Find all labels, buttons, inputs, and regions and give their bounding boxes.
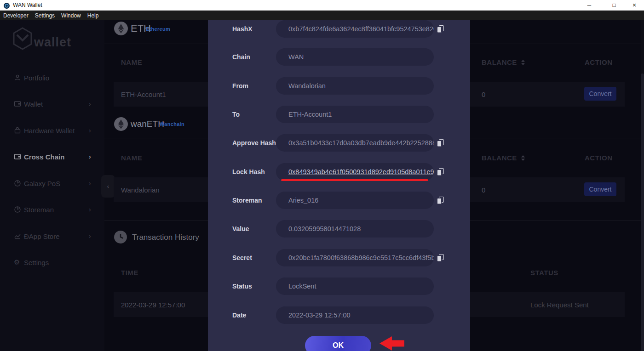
balance-cell: 0 bbox=[482, 186, 485, 194]
copy-icon[interactable] bbox=[437, 25, 444, 35]
pie-chart-icon bbox=[14, 206, 21, 213]
field-value-box: 0x20be1fa7800f63868b986c9e5517c5cc6df43f… bbox=[276, 249, 434, 266]
eth-coin-icon bbox=[114, 22, 128, 37]
history-status-cell: Lock Request Sent bbox=[530, 301, 589, 309]
wallet-logo-text: wallet bbox=[34, 35, 71, 50]
copy-icon[interactable] bbox=[437, 197, 444, 206]
scrollbar-thumb[interactable] bbox=[641, 74, 644, 351]
sort-icon[interactable] bbox=[521, 59, 525, 67]
sidebar-collapse-toggle[interactable]: ‹ bbox=[101, 175, 115, 198]
field-value-box: 0x849349ab4e61f0500931d892ed9105d8a011e9… bbox=[276, 163, 434, 181]
line-chart-icon bbox=[14, 232, 21, 240]
menu-settings[interactable]: Settings bbox=[32, 12, 58, 19]
sort-icon[interactable] bbox=[521, 155, 525, 163]
modal-field-to: To ETH-Account1 bbox=[208, 106, 470, 123]
account-name-cell: Wandalorian bbox=[121, 186, 160, 194]
wallet-icon bbox=[14, 100, 21, 108]
field-value-box: ETH-Account1 bbox=[276, 106, 434, 123]
window-title: WAN Wallet bbox=[13, 2, 42, 8]
close-button[interactable]: × bbox=[627, 0, 641, 10]
modal-field-from: From Wandalorian bbox=[208, 77, 470, 95]
menu-developer[interactable]: Developer bbox=[0, 12, 32, 19]
modal-field-chain: Chain WAN bbox=[208, 48, 470, 66]
chevron-left-icon: ‹ bbox=[107, 183, 109, 190]
history-time-cell: 2022-03-29 12:57:00 bbox=[121, 301, 185, 309]
scrollbar-track[interactable] bbox=[641, 20, 644, 351]
modal-field-value: Value 0.032059958014471028 bbox=[208, 220, 470, 238]
field-value-box: WAN bbox=[276, 48, 434, 66]
waneth-chain-label: Wanchain bbox=[160, 121, 184, 127]
account-name-cell: ETH-Account1 bbox=[121, 91, 166, 98]
chevron-right-icon: › bbox=[89, 127, 91, 134]
window-titlebar: WAN Wallet – □ × bbox=[0, 0, 644, 11]
minimize-button[interactable]: – bbox=[582, 0, 596, 10]
gear-icon: ⚙ bbox=[14, 259, 21, 266]
person-icon bbox=[14, 74, 21, 81]
clock-icon bbox=[114, 231, 127, 245]
history-header-time: TIME bbox=[121, 269, 138, 277]
sidebar-item-dapp-store[interactable]: ĐApp Store › bbox=[0, 229, 104, 243]
transaction-detail-modal: HashX 0xb7f4c824fde6a3624ec8ff36041bfc95… bbox=[208, 20, 470, 351]
field-value-box: LockSent bbox=[276, 277, 434, 295]
cross-chain-icon bbox=[14, 153, 21, 160]
transaction-history-title: Transaction History bbox=[132, 233, 199, 242]
annotation-arrow-icon bbox=[379, 336, 405, 351]
table1-header-action: ACTION bbox=[585, 58, 613, 66]
sidebar-item-wallet[interactable]: Wallet › bbox=[0, 97, 104, 111]
eth-chain-label: Ethereum bbox=[146, 26, 170, 32]
app-icon bbox=[4, 2, 10, 11]
field-value-box: 2022-03-29 12:57:00 bbox=[276, 306, 434, 324]
menu-bar: Developer Settings Window Help bbox=[0, 11, 644, 20]
field-value-box: Aries_016 bbox=[276, 192, 434, 209]
field-value-box: 0.032059958014471028 bbox=[276, 220, 434, 238]
sidebar-item-cross-chain[interactable]: Cross Chain › bbox=[0, 150, 104, 164]
table2-header-balance: BALANCE bbox=[482, 154, 525, 163]
chevron-right-icon: › bbox=[89, 232, 91, 240]
chevron-right-icon: › bbox=[89, 206, 91, 213]
modal-field-secret: Secret 0x20be1fa7800f63868b986c9e5517c5c… bbox=[208, 249, 470, 266]
app-window: wallet Portfolio Wallet › Hardware Walle… bbox=[0, 20, 644, 351]
menu-window[interactable]: Window bbox=[58, 12, 84, 19]
balance-cell: 0 bbox=[482, 91, 485, 98]
modal-field-lock-hash: Lock Hash 0x849349ab4e61f0500931d892ed91… bbox=[208, 163, 470, 181]
modal-field-date: Date 2022-03-29 12:57:00 bbox=[208, 306, 470, 324]
convert-button[interactable]: Convert bbox=[584, 182, 616, 196]
waneth-coin-icon bbox=[114, 117, 128, 133]
pie-chart-icon bbox=[14, 180, 21, 187]
copy-icon[interactable] bbox=[437, 254, 444, 264]
history-header-status: STATUS bbox=[530, 269, 558, 277]
sidebar-item-hardware-wallet[interactable]: Hardware Wallet › bbox=[0, 124, 104, 137]
table2-header-name: NAME bbox=[121, 154, 142, 162]
hardware-wallet-icon bbox=[14, 127, 21, 134]
waneth-symbol: wanETH bbox=[131, 119, 164, 129]
modal-field-hashx: HashX 0xb7f4c824fde6a3624ec8ff36041bfc95… bbox=[208, 20, 470, 38]
sidebar-item-storeman[interactable]: Storeman › bbox=[0, 203, 104, 216]
menu-help[interactable]: Help bbox=[84, 12, 102, 19]
chevron-right-icon: › bbox=[89, 180, 91, 187]
table1-header-balance: BALANCE bbox=[482, 58, 525, 67]
convert-button[interactable]: Convert bbox=[584, 87, 616, 101]
sidebar-item-galaxy-pos[interactable]: Galaxy PoS › bbox=[0, 176, 104, 190]
maximize-button[interactable]: □ bbox=[607, 0, 621, 10]
sidebar: wallet Portfolio Wallet › Hardware Walle… bbox=[0, 20, 104, 351]
annotation-red-underline bbox=[281, 179, 428, 181]
sidebar-item-settings[interactable]: ⚙ Settings bbox=[0, 255, 104, 269]
ok-button[interactable]: OK bbox=[305, 336, 371, 351]
field-value-box: 0x3a51b0433c17d0a03db7eadb9de442b2252888… bbox=[276, 134, 434, 152]
chevron-right-icon: › bbox=[89, 153, 91, 160]
copy-icon[interactable] bbox=[437, 168, 444, 178]
sidebar-item-portfolio[interactable]: Portfolio bbox=[0, 71, 104, 85]
field-value-box: 0xb7f4c824fde6a3624ec8ff36041bfc9524753e… bbox=[276, 20, 434, 38]
copy-icon[interactable] bbox=[437, 139, 444, 149]
chevron-right-icon: › bbox=[89, 100, 91, 108]
field-value-box: Wandalorian bbox=[276, 77, 434, 95]
modal-field-approve-hash: Approve Hash 0x3a51b0433c17d0a03db7eadb9… bbox=[208, 134, 470, 152]
table2-header-action: ACTION bbox=[585, 154, 613, 162]
modal-field-storeman: Storeman Aries_016 bbox=[208, 192, 470, 209]
table1-header-name: NAME bbox=[121, 58, 142, 66]
modal-field-status: Status LockSent bbox=[208, 277, 470, 295]
